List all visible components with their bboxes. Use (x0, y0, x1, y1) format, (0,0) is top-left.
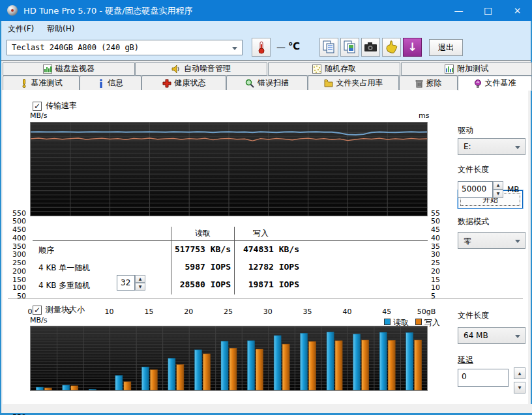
tab-info[interactable]: 信息 (80, 76, 141, 91)
block-size-checkbox[interactable]: ✓ 测量块大小 (33, 304, 85, 315)
axis-tick-label: 35 (293, 308, 322, 316)
drive-select[interactable]: E: (458, 138, 525, 155)
device-select-value: Teclast 240GB A800 (240 gB) (12, 43, 139, 52)
tab-label: 磁盘监视器 (55, 63, 95, 74)
delay-spin-up[interactable]: ▲ (514, 367, 525, 379)
tab-disk-monitor[interactable]: 磁盘监视器 (3, 62, 135, 76)
write-column-header: 写入 (235, 228, 287, 239)
window-bottom-edge (3, 404, 532, 413)
axis-tick-label: 40 (332, 308, 361, 316)
file-length-label: 文件长度 (458, 164, 489, 175)
copy-image-icon (341, 38, 359, 56)
file-length-unit: MB (507, 185, 520, 194)
read-column-header: 读取 (171, 228, 234, 239)
thermometer-icon (252, 38, 270, 56)
tab-label: 擦除 (426, 78, 442, 89)
tab-benchmark[interactable]: 基准测试 (3, 76, 80, 91)
tab-extra-tests[interactable]: 附加测试 (401, 62, 532, 76)
checkbox-check-icon: ✓ (33, 102, 42, 111)
axis-tick-label: 100 (3, 283, 26, 292)
magnifier-icon (245, 79, 254, 88)
copy-text-button[interactable] (319, 38, 338, 57)
axis-tick-label: 15 (134, 308, 163, 316)
legend-read-swatch (384, 319, 391, 325)
tab-label: 错误扫描 (258, 78, 289, 89)
row-4k-multi-label: 4 KB 多重随机 (38, 280, 90, 291)
axis-tick-label: 25 (214, 308, 243, 316)
update-button[interactable]: ↓ (403, 38, 422, 57)
temperature-button[interactable] (252, 38, 271, 57)
axis-tick-label: 20 (174, 308, 203, 316)
file-length-input[interactable]: 50000 (458, 181, 493, 198)
delay-spin-down[interactable]: ▼ (514, 382, 525, 394)
download-arrow-icon: ↓ (407, 40, 417, 53)
tab-folder-usage[interactable]: 文件夹占用率 (308, 76, 399, 91)
random-access-icon (312, 64, 321, 74)
screenshot-button[interactable] (361, 38, 380, 57)
tab-aam[interactable]: 自动噪音管理 (135, 62, 267, 76)
block-file-length-value: 64 MB (464, 331, 488, 340)
4k-single-write-value: 12782 IOPS (182, 262, 299, 272)
row-4k-single-label: 4 KB 单一随机 (38, 263, 90, 274)
copy-text-icon (320, 38, 338, 56)
maximize-button[interactable]: □ (473, 0, 503, 21)
tab-random-access[interactable]: 随机存取 (268, 62, 400, 76)
menu-file[interactable]: 文件(F) (8, 23, 34, 35)
axis-tick-label: 550 (3, 209, 26, 218)
minimize-button[interactable]: — (444, 0, 473, 21)
camera-icon (362, 38, 379, 56)
donate-button[interactable] (382, 38, 401, 57)
info-icon (98, 79, 104, 88)
block-file-length-select[interactable]: 64 MB (458, 327, 525, 344)
delay-label: 延迟 (458, 354, 473, 365)
exit-button[interactable]: 退出 (429, 39, 463, 56)
y2-axis-unit: ms (419, 111, 429, 120)
axis-tick-label: 400 (3, 234, 26, 242)
spin-down-icon[interactable]: ▼ (493, 190, 503, 198)
app-window: HD Tune Pro 5.70 - 硬盘/固态硬盘实用程序 — □ × 文件(… (0, 0, 532, 415)
tab-erase[interactable]: 擦除 (399, 76, 458, 91)
axis-tick-label: 45 (431, 225, 440, 234)
4k-multi-write-value: 19871 IOPS (182, 279, 299, 289)
toolbar: Teclast 240GB A800 (240 gB) — ℃ (1, 36, 531, 61)
axis-tick-label: 150 (3, 276, 26, 284)
tab-file-benchmark[interactable]: 文件基准 (458, 76, 532, 91)
axis-tick-label: 45 (372, 308, 401, 316)
axis-tick-label: 15 (431, 276, 440, 284)
tab-health[interactable]: 健康状态 (141, 76, 226, 91)
temperature-unit: ℃ (288, 40, 300, 52)
tab-label: 基准测试 (31, 78, 63, 89)
copy-image-button[interactable] (340, 38, 359, 57)
menu-bar: 文件(F) 帮助(H) (1, 21, 531, 36)
hand-icon (383, 38, 400, 56)
tab-label: 附加测试 (457, 63, 488, 74)
window-title: HD Tune Pro 5.70 - 硬盘/固态硬盘实用程序 (23, 5, 193, 17)
tab-label: 随机存取 (325, 63, 356, 74)
speaker-icon (171, 64, 181, 74)
temperature-value: — (276, 42, 286, 52)
delay-input[interactable]: 0 (458, 369, 509, 387)
menu-help[interactable]: 帮助(H) (47, 23, 74, 35)
file-length-spinner[interactable]: ▲ ▼ (493, 181, 503, 198)
axis-tick-label: 450 (3, 225, 26, 234)
transfer-rate-checkbox[interactable]: ✓ 传输速率 (33, 100, 77, 111)
block-size-chart (30, 326, 428, 391)
spin-up-icon[interactable]: ▲ (493, 181, 503, 190)
chevron-down-icon (515, 335, 520, 338)
device-select[interactable]: Teclast 240GB A800 (240 gB) (7, 40, 243, 55)
axis-tick-label: 55 (431, 209, 440, 218)
axis-tick-label: 350 (3, 242, 26, 251)
axis-tick-label: 50 (431, 217, 440, 225)
axis-tick-label: 10 (95, 308, 124, 316)
legend-write-swatch (415, 319, 422, 325)
axis-tick-label: 40 (431, 234, 440, 242)
file-benchmark-icon (474, 79, 482, 88)
extra-tests-icon (445, 64, 454, 74)
tab-label: 文件夹占用率 (336, 78, 383, 89)
axis-tick-label: 20 (431, 267, 440, 276)
benchmark-icon (20, 79, 28, 88)
tab-error-scan[interactable]: 错误扫描 (226, 76, 308, 91)
close-button[interactable]: × (503, 0, 532, 21)
block-size-label: 测量块大小 (46, 304, 85, 315)
data-mode-select[interactable]: 零 (458, 232, 525, 249)
